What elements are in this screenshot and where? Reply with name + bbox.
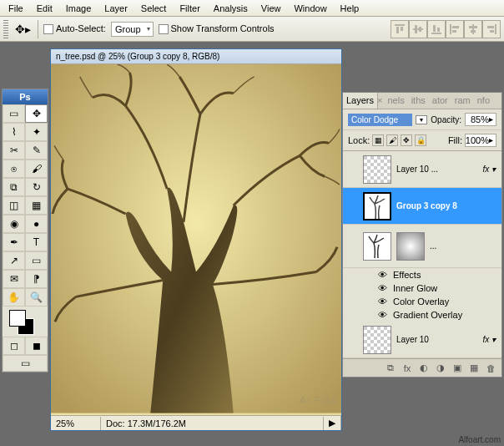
layer-style-icon[interactable]: fx bbox=[400, 362, 415, 375]
hand-tool[interactable]: ✋ bbox=[3, 288, 25, 307]
eyedropper-tool[interactable]: ⁋ bbox=[25, 270, 48, 288]
layers-panel[interactable]: Layers × nels iths ator ram nfo Color Do… bbox=[342, 92, 502, 378]
status-arrow-icon[interactable]: ▶ bbox=[324, 416, 341, 430]
align-vcenter-icon[interactable] bbox=[409, 20, 427, 38]
layer-row-selected[interactable]: Group 3 copy 8 bbox=[343, 188, 501, 225]
fill-input[interactable]: 100% ▸ bbox=[465, 134, 496, 147]
align-left-icon[interactable] bbox=[446, 20, 464, 38]
menu-edit[interactable]: Edit bbox=[30, 1, 59, 16]
path-tool[interactable]: ↗ bbox=[3, 251, 25, 270]
effect-item[interactable]: Gradient Overlay bbox=[393, 310, 462, 320]
menu-file[interactable]: File bbox=[2, 1, 30, 16]
tab-close-icon[interactable]: × bbox=[375, 93, 384, 109]
layer-name[interactable]: Layer 10 ... bbox=[396, 165, 475, 174]
layer-thumbnail[interactable] bbox=[363, 192, 391, 220]
gradient-tool[interactable]: ▦ bbox=[25, 196, 48, 215]
standard-mode-icon[interactable]: ◻ bbox=[3, 337, 25, 355]
layer-thumbnail[interactable] bbox=[363, 326, 391, 354]
align-bottom-icon[interactable] bbox=[427, 20, 446, 38]
adjustment-layer-icon[interactable]: ◑ bbox=[433, 362, 448, 375]
crop-tool[interactable]: ✂ bbox=[3, 141, 25, 160]
effect-item[interactable]: Inner Glow bbox=[393, 283, 437, 293]
new-group-icon[interactable]: ▣ bbox=[450, 362, 465, 375]
dodge-tool[interactable]: ● bbox=[25, 215, 48, 233]
lock-transparency-icon[interactable]: ▦ bbox=[372, 134, 384, 146]
effect-item[interactable]: Color Overlay bbox=[393, 296, 449, 307]
quickmask-mode-icon[interactable]: ◼ bbox=[25, 337, 48, 355]
slice-tool[interactable]: ✎ bbox=[25, 141, 48, 160]
menu-help[interactable]: Help bbox=[334, 1, 366, 16]
lock-image-icon[interactable]: 🖌 bbox=[386, 134, 398, 146]
canvas[interactable]: ALFOA bbox=[51, 64, 341, 415]
stamp-tool[interactable]: ⧉ bbox=[3, 178, 25, 196]
layer-name[interactable]: ... bbox=[430, 241, 498, 251]
layer-row[interactable]: Layer 10 ... fx ▾ bbox=[343, 151, 501, 188]
tab-layers[interactable]: Layers bbox=[343, 93, 378, 109]
opacity-input[interactable]: 85% ▸ bbox=[465, 113, 496, 126]
pen-tool[interactable]: ✒ bbox=[3, 233, 25, 251]
layer-row[interactable]: Layer 10 fx ▾ bbox=[343, 322, 501, 358]
screen-mode-icon[interactable]: ▭ bbox=[3, 355, 48, 372]
visibility-icon[interactable]: 👁 bbox=[376, 296, 388, 307]
tab-paths[interactable]: iths bbox=[408, 93, 429, 109]
eraser-tool[interactable]: ◫ bbox=[3, 196, 25, 215]
toolbox[interactable]: Ps ▭ ✥ ⌇ ✦ ✂ ✎ ⍟ 🖌 ⧉ ↻ ◫ ▦ ◉ ● ✒ T ↗ ▭ ✉… bbox=[2, 89, 48, 373]
show-transform-checkbox[interactable]: Show Transform Controls bbox=[159, 23, 275, 34]
align-right-icon[interactable] bbox=[482, 20, 501, 38]
layer-thumbnail[interactable] bbox=[363, 155, 391, 184]
foreground-color-swatch[interactable] bbox=[9, 310, 26, 327]
align-hcenter-icon[interactable] bbox=[464, 20, 482, 38]
move-tool[interactable]: ✥ bbox=[25, 104, 48, 123]
blur-tool[interactable]: ◉ bbox=[3, 215, 25, 233]
marquee-tool[interactable]: ▭ bbox=[3, 104, 25, 123]
menu-window[interactable]: Window bbox=[287, 1, 333, 16]
menu-select[interactable]: Select bbox=[134, 1, 174, 16]
wand-tool[interactable]: ✦ bbox=[25, 123, 48, 141]
type-tool[interactable]: T bbox=[25, 233, 48, 251]
layer-name[interactable]: Group 3 copy 8 bbox=[396, 201, 498, 210]
effects-label[interactable]: Effects bbox=[393, 270, 421, 280]
grip-icon[interactable] bbox=[3, 20, 8, 38]
brush-tool[interactable]: 🖌 bbox=[25, 160, 48, 178]
zoom-level[interactable]: 25% bbox=[51, 417, 101, 430]
lock-position-icon[interactable]: ✥ bbox=[401, 134, 412, 146]
doc-size[interactable]: Doc: 17.3M/176.2M bbox=[101, 417, 324, 430]
fx-badge-icon[interactable]: fx ▾ bbox=[480, 335, 498, 344]
layer-thumbnail[interactable] bbox=[363, 232, 391, 261]
tab-navigator[interactable]: ator bbox=[429, 93, 451, 109]
align-top-icon[interactable] bbox=[391, 20, 409, 38]
chevron-down-icon[interactable]: ▾ bbox=[416, 115, 427, 124]
menu-filter[interactable]: Filter bbox=[173, 1, 206, 16]
lasso-tool[interactable]: ⌇ bbox=[3, 123, 25, 141]
menu-layer[interactable]: Layer bbox=[98, 1, 134, 16]
fx-badge-icon[interactable]: fx ▾ bbox=[480, 165, 498, 174]
layer-mask-icon[interactable]: ◐ bbox=[416, 362, 431, 375]
notes-tool[interactable]: ✉ bbox=[3, 270, 25, 288]
layer-row[interactable]: ... bbox=[343, 225, 501, 268]
tab-info[interactable]: nfo bbox=[474, 93, 493, 109]
auto-select-dropdown[interactable]: Group bbox=[111, 22, 154, 37]
auto-select-checkbox[interactable]: Auto-Select: bbox=[43, 23, 106, 34]
history-brush-tool[interactable]: ↻ bbox=[25, 178, 48, 196]
shape-tool[interactable]: ▭ bbox=[25, 251, 48, 270]
tab-histogram[interactable]: ram bbox=[451, 93, 474, 109]
layer-mask-thumbnail[interactable] bbox=[396, 232, 425, 261]
layer-name[interactable]: Layer 10 bbox=[396, 335, 475, 344]
menu-analysis[interactable]: Analysis bbox=[207, 1, 255, 16]
visibility-icon[interactable]: 👁 bbox=[376, 310, 388, 320]
delete-layer-icon[interactable]: 🗑 bbox=[483, 362, 498, 375]
visibility-icon[interactable]: 👁 bbox=[376, 283, 388, 293]
menu-view[interactable]: View bbox=[255, 1, 288, 16]
healing-tool[interactable]: ⍟ bbox=[3, 160, 25, 178]
link-layers-icon[interactable]: ⧉ bbox=[383, 362, 398, 375]
menu-image[interactable]: Image bbox=[59, 1, 98, 16]
move-tool-icon[interactable]: ✥▸ bbox=[13, 21, 33, 38]
document-title[interactable]: n_tree.psd @ 25% (Group 3 copy 8, RGB/8) bbox=[51, 49, 341, 64]
blend-mode-dropdown[interactable]: Color Dodge bbox=[348, 114, 412, 126]
color-swatches[interactable] bbox=[3, 307, 48, 337]
lock-all-icon[interactable]: 🔒 bbox=[415, 134, 426, 146]
new-layer-icon[interactable]: ▦ bbox=[466, 362, 481, 375]
tab-channels[interactable]: nels bbox=[384, 93, 407, 109]
zoom-tool[interactable]: 🔍 bbox=[25, 288, 48, 307]
visibility-icon[interactable]: 👁 bbox=[376, 270, 388, 280]
